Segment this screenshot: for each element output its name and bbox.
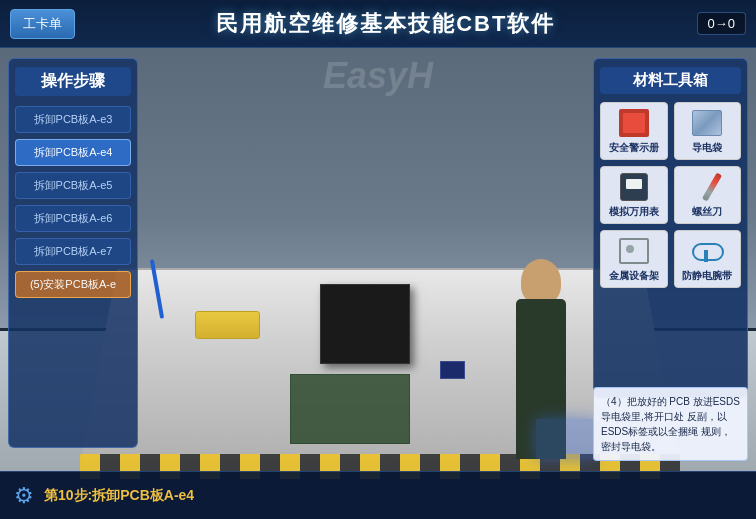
- step-indicator: 第10步:拆卸PCB板A-e4: [44, 487, 194, 505]
- step-item-install[interactable]: (5)安装PCB板A-e: [15, 271, 131, 298]
- blue-glow: [536, 419, 596, 459]
- person-head: [521, 259, 561, 304]
- header-right: 0→0: [697, 12, 746, 35]
- step-item-e6[interactable]: 拆卸PCB板A-e6: [15, 205, 131, 232]
- gear-icon: ⚙: [14, 483, 34, 509]
- tool-safety-guide-label: 安全警示册: [605, 141, 663, 155]
- description-box: （4）把放好的 PCB 放进ESDS导电袋里,将开口处 反副，以ESDS标签或以…: [593, 387, 748, 461]
- header-title: 民用航空维修基本技能CBT软件: [75, 9, 697, 39]
- steps-panel-title: 操作步骤: [15, 67, 131, 96]
- toolbox-title: 材料工具箱: [600, 67, 741, 94]
- tool-esd-bag-label: 导电袋: [679, 141, 737, 155]
- tool-multimeter[interactable]: 模拟万用表: [600, 166, 668, 224]
- tool-metal-frame-label: 金属设备架: [605, 269, 663, 283]
- tool-grid: 安全警示册 导电袋 模拟万用表 螺丝刀 金属设备架: [600, 102, 741, 288]
- step-item-e5[interactable]: 拆卸PCB板A-e5: [15, 172, 131, 199]
- measuring-device: [195, 311, 260, 339]
- workorder-button[interactable]: 工卡单: [10, 9, 75, 39]
- step-item-e4[interactable]: 拆卸PCB板A-e4: [15, 139, 131, 166]
- screwdriver-icon: [687, 171, 727, 203]
- multimeter-icon: [614, 171, 654, 203]
- black-box: [320, 284, 410, 364]
- small-component: [440, 361, 465, 379]
- tool-esd-bag[interactable]: 导电袋: [674, 102, 742, 160]
- right-panel: 材料工具箱 安全警示册 导电袋 模拟万用表 螺丝刀: [593, 58, 748, 398]
- esd-bag-icon: [687, 107, 727, 139]
- logo-text: EasyH: [323, 55, 433, 96]
- score-display: 0→0: [697, 12, 746, 35]
- tool-metal-frame[interactable]: 金属设备架: [600, 230, 668, 288]
- logo-area: EasyH: [278, 55, 478, 97]
- tool-esd-wrist-label: 防静电腕带: [679, 269, 737, 283]
- step-item-e3[interactable]: 拆卸PCB板A-e3: [15, 106, 131, 133]
- description-text: （4）把放好的 PCB 放进ESDS导电袋里,将开口处 反副，以ESDS标签或以…: [601, 396, 740, 452]
- bottom-bar: ⚙ 第10步:拆卸PCB板A-e4: [0, 471, 756, 519]
- tool-screwdriver-label: 螺丝刀: [679, 205, 737, 219]
- tool-multimeter-label: 模拟万用表: [605, 205, 663, 219]
- safety-guide-icon: [614, 107, 654, 139]
- header-bar: 工卡单 民用航空维修基本技能CBT软件 0→0: [0, 0, 756, 48]
- tool-screwdriver[interactable]: 螺丝刀: [674, 166, 742, 224]
- tool-esd-wrist[interactable]: 防静电腕带: [674, 230, 742, 288]
- pcb-board: [290, 374, 410, 444]
- left-panel: 操作步骤 拆卸PCB板A-e3 拆卸PCB板A-e4 拆卸PCB板A-e5 拆卸…: [8, 58, 138, 448]
- tool-safety-guide[interactable]: 安全警示册: [600, 102, 668, 160]
- esd-wrist-icon: [687, 235, 727, 267]
- metal-frame-icon: [614, 235, 654, 267]
- step-item-e7[interactable]: 拆卸PCB板A-e7: [15, 238, 131, 265]
